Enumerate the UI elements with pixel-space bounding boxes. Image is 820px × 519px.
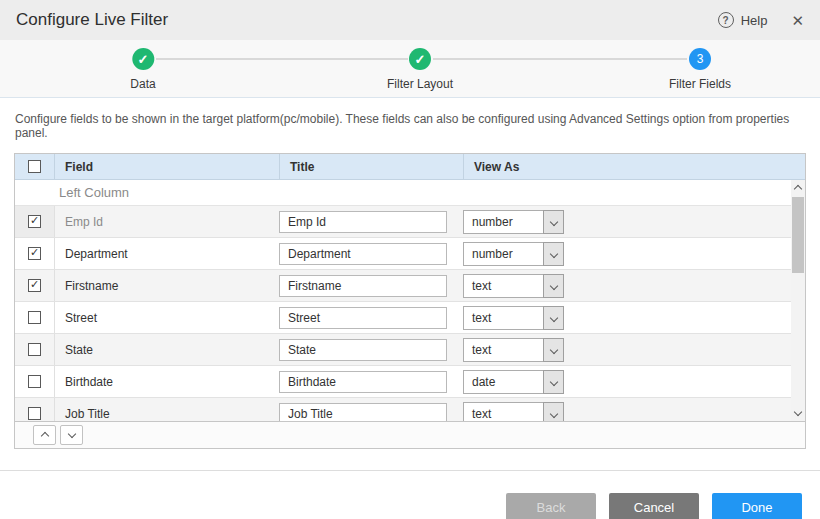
chevron-down-icon (549, 409, 557, 417)
done-button[interactable]: Done (712, 493, 802, 519)
scroll-down-button[interactable] (791, 406, 805, 421)
view-as-value: text (463, 338, 543, 362)
row-checkbox-cell (15, 238, 55, 269)
step-filter-layout[interactable]: ✓ Filter Layout (387, 48, 453, 91)
table-header-row: Field Title View As (15, 154, 805, 180)
table-row[interactable]: Street text (15, 302, 805, 334)
step-filter-fields[interactable]: 3 Filter Fields (669, 48, 731, 91)
view-as-dropdown[interactable]: text (463, 306, 564, 330)
dialog-titlebar: Configure Live Filter ? Help ✕ (0, 0, 820, 40)
title-input[interactable] (279, 403, 447, 422)
wizard-stepper: ✓ Data ✓ Filter Layout 3 Filter Fields (0, 40, 820, 98)
dropdown-button[interactable] (543, 402, 564, 422)
chevron-down-icon (549, 217, 557, 225)
view-as-dropdown[interactable]: text (463, 402, 564, 422)
title-input[interactable] (279, 307, 447, 329)
row-checkbox[interactable] (28, 311, 41, 324)
back-button[interactable]: Back (506, 493, 596, 519)
dropdown-button[interactable] (543, 306, 564, 330)
view-as-cell: number (463, 242, 805, 266)
vertical-scrollbar[interactable] (791, 180, 805, 421)
chevron-down-icon (549, 377, 557, 385)
title-input[interactable] (279, 339, 447, 361)
chevron-down-icon (794, 408, 802, 416)
field-name: State (55, 343, 279, 357)
chevron-down-icon (549, 249, 557, 257)
dropdown-button[interactable] (543, 274, 564, 298)
view-as-value: text (463, 402, 543, 422)
view-as-value: number (463, 242, 543, 266)
table-row[interactable]: Firstname text (15, 270, 805, 302)
field-name: Emp Id (55, 215, 279, 229)
title-input[interactable] (279, 371, 447, 393)
chevron-up-icon (794, 185, 802, 193)
dropdown-button[interactable] (543, 210, 564, 234)
move-up-button[interactable] (33, 425, 56, 445)
move-down-button[interactable] (60, 425, 83, 445)
title-cell (279, 307, 463, 329)
view-as-dropdown[interactable]: text (463, 338, 564, 362)
header-checkbox-cell (15, 154, 55, 179)
select-all-checkbox[interactable] (28, 160, 41, 173)
table-row[interactable]: Emp Id number (15, 206, 805, 238)
chevron-down-icon (549, 313, 557, 321)
dropdown-button[interactable] (543, 338, 564, 362)
field-name: Birthdate (55, 375, 279, 389)
step-label: Filter Layout (387, 77, 453, 91)
close-icon[interactable]: ✕ (791, 13, 804, 28)
view-as-value: text (463, 306, 543, 330)
dropdown-button[interactable] (543, 370, 564, 394)
table-row[interactable]: Birthdate date (15, 366, 805, 398)
cancel-button[interactable]: Cancel (609, 493, 699, 519)
field-name: Job Title (55, 407, 279, 421)
row-checkbox[interactable] (28, 375, 41, 388)
row-checkbox[interactable] (28, 407, 41, 420)
row-checkbox-cell (15, 334, 55, 365)
view-as-value: date (463, 370, 543, 394)
view-as-dropdown[interactable]: number (463, 210, 564, 234)
title-input[interactable] (279, 243, 447, 265)
table-row[interactable]: Job Title text (15, 398, 805, 421)
help-icon: ? (718, 12, 734, 28)
help-button[interactable]: ? Help (718, 12, 768, 28)
dialog-footer: Back Cancel Done (0, 470, 820, 519)
scroll-up-button[interactable] (791, 180, 805, 195)
view-as-dropdown[interactable]: number (463, 242, 564, 266)
column-header-title: Title (279, 154, 463, 179)
column-header-field: Field (55, 154, 279, 179)
description-text: Configure fields to be shown in the targ… (15, 112, 804, 140)
title-cell (279, 403, 463, 422)
help-label: Help (741, 13, 768, 28)
row-checkbox[interactable] (28, 215, 41, 228)
scrollbar-thumb[interactable] (792, 197, 804, 273)
row-checkbox[interactable] (28, 279, 41, 292)
step-label: Data (130, 77, 155, 91)
title-input[interactable] (279, 211, 447, 233)
view-as-cell: date (463, 370, 805, 394)
stepper-connector (156, 58, 408, 60)
view-as-cell: text (463, 338, 805, 362)
step-number-badge: 3 (689, 48, 711, 70)
table-row[interactable]: Department number (15, 238, 805, 270)
view-as-value: number (463, 210, 543, 234)
title-cell (279, 243, 463, 265)
view-as-cell: number (463, 210, 805, 234)
step-done-icon: ✓ (132, 48, 154, 70)
step-done-icon: ✓ (409, 48, 431, 70)
dropdown-button[interactable] (543, 242, 564, 266)
stepper-connector (433, 58, 687, 60)
row-checkbox-cell (15, 366, 55, 397)
table-row[interactable]: State text (15, 334, 805, 366)
row-checkbox[interactable] (28, 343, 41, 356)
title-input[interactable] (279, 275, 447, 297)
row-checkbox[interactable] (28, 247, 41, 260)
step-data[interactable]: ✓ Data (130, 48, 155, 91)
chevron-down-icon (549, 345, 557, 353)
view-as-dropdown[interactable]: text (463, 274, 564, 298)
view-as-dropdown[interactable]: date (463, 370, 564, 394)
view-as-cell: text (463, 274, 805, 298)
view-as-value: text (463, 274, 543, 298)
title-cell (279, 339, 463, 361)
field-name: Firstname (55, 279, 279, 293)
chevron-up-icon (40, 432, 48, 440)
